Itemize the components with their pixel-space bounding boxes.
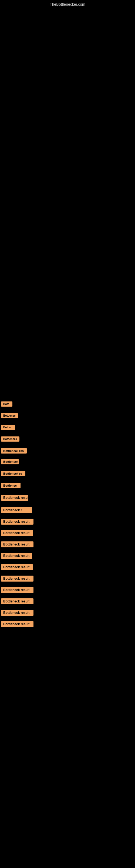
bottleneck-label: Bottleneck result [1, 621, 34, 627]
bottleneck-label: Bottlenec [1, 483, 20, 488]
bottleneck-item: Bottleneck [0, 459, 135, 465]
site-title: TheBottlenecker.com [50, 2, 85, 6]
bottleneck-item: Bottleneck re [0, 471, 135, 477]
bottleneck-label: Bottleneck [1, 459, 18, 464]
bottleneck-items-container: BottBottlenecBottleBottleneckBottleneck … [0, 401, 135, 632]
bottleneck-item: Bottleneck r [0, 507, 135, 513]
bottleneck-item: Bottlenec [0, 483, 135, 489]
bottleneck-item: Bottleneck result [0, 541, 135, 547]
bottleneck-item: Bottleneck result [0, 564, 135, 570]
bottleneck-label: Bottle [1, 425, 15, 430]
bottleneck-label: Bottleneck result [1, 610, 34, 616]
bottleneck-item: Bottleneck result [0, 519, 135, 525]
bottleneck-label: Bottleneck result [1, 553, 32, 559]
bottleneck-label: Bottleneck result [1, 587, 34, 593]
bottleneck-label: Bott [1, 401, 12, 407]
bottleneck-item: Bottlenec [0, 413, 135, 420]
bottleneck-label: Bottleneck result [1, 519, 34, 525]
bottleneck-item: Bottleneck result [0, 598, 135, 604]
bottleneck-item: Bottleneck result [0, 553, 135, 559]
bottleneck-item: Bottle [0, 425, 135, 431]
bottleneck-label: Bottleneck [1, 436, 19, 442]
bottleneck-label: Bottleneck result [1, 530, 33, 536]
bottleneck-label: Bottlenec [1, 413, 18, 418]
bottleneck-label: Bottleneck result [1, 576, 34, 582]
bottleneck-label: Bottleneck resul [1, 495, 28, 501]
bottleneck-item: Bottleneck result [0, 576, 135, 582]
bottleneck-label: Bottleneck result [1, 541, 34, 547]
bottleneck-label: Bottleneck res [1, 448, 27, 454]
bottleneck-item: Bottleneck [0, 436, 135, 443]
bottleneck-item: Bottleneck result [0, 621, 135, 627]
bottleneck-item: Bott [0, 401, 135, 408]
bottleneck-label: Bottleneck r [1, 507, 32, 513]
bottleneck-item: Bottleneck res [0, 448, 135, 454]
bottleneck-item: Bottleneck result [0, 610, 135, 616]
bottleneck-item: Bottleneck resul [0, 495, 135, 502]
bottleneck-item: Bottleneck result [0, 530, 135, 536]
bottleneck-label: Bottleneck re [1, 471, 26, 476]
bottleneck-label: Bottleneck result [1, 598, 34, 604]
bottleneck-label: Bottleneck result [1, 564, 33, 570]
bottleneck-item: Bottleneck result [0, 587, 135, 593]
